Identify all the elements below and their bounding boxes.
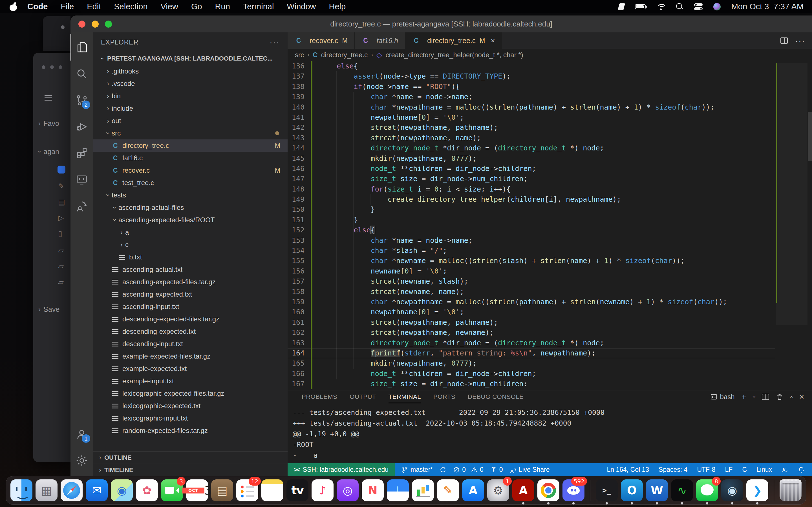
menu-terminal[interactable]: Terminal bbox=[237, 2, 281, 11]
dock-trash-icon[interactable] bbox=[779, 480, 802, 501]
tree-item-recover-c[interactable]: Crecover.cM bbox=[93, 164, 288, 177]
tree-item-a[interactable]: ›a bbox=[93, 226, 288, 238]
remote-os[interactable]: Linux bbox=[756, 466, 772, 473]
menu-file[interactable]: File bbox=[54, 2, 81, 11]
dock-chrome-icon[interactable] bbox=[538, 480, 559, 501]
code-line-158[interactable]: 158 strcat(newname, name); bbox=[288, 287, 775, 297]
code-line-148[interactable]: 148 for(size_t i = 0; i < size; i++){ bbox=[288, 184, 775, 194]
workspace-section-header[interactable]: › PRETEST-AGANGAVA [SSH: LABRADOODLE.CAL… bbox=[93, 52, 288, 65]
terminal-dropdown-icon[interactable]: › bbox=[751, 396, 758, 398]
code-line-140[interactable]: 140 char *newpathname = malloc((strlen(p… bbox=[288, 102, 775, 112]
close-tab-icon[interactable]: × bbox=[491, 36, 495, 45]
minimap[interactable] bbox=[778, 61, 808, 390]
dock-keynote-icon[interactable]: ⊥ bbox=[387, 480, 409, 501]
menu-view[interactable]: View bbox=[154, 2, 185, 11]
dock-contacts-icon[interactable]: ▤ bbox=[211, 480, 233, 501]
split-terminal-icon[interactable] bbox=[762, 394, 769, 400]
window-controls[interactable] bbox=[79, 20, 112, 27]
dock-news-icon[interactable]: N bbox=[362, 480, 384, 501]
new-terminal-icon[interactable]: + bbox=[742, 392, 747, 402]
tree-item-descending-expected-files-tar-gz[interactable]: descending-expected-files.tar.gz bbox=[93, 313, 288, 325]
code-line-163[interactable]: 163 directory_node_t *dir_node = (direct… bbox=[288, 338, 775, 348]
dock-notes-icon[interactable] bbox=[261, 480, 283, 501]
activity-source-control-icon[interactable]: 2 bbox=[70, 87, 93, 114]
tree-item-c[interactable]: ›c bbox=[93, 238, 288, 251]
editor-more-actions-icon[interactable]: ··· bbox=[795, 36, 805, 45]
tab-terminal[interactable]: TERMINAL bbox=[382, 392, 427, 402]
tree-item-lexicographic-expected-files-tar-gz[interactable]: lexicographic-expected-files.tar.gz bbox=[93, 387, 288, 400]
tree-item-ascending-expected-files-tar-gz[interactable]: ascending-expected-files.tar.gz bbox=[93, 276, 288, 288]
tree-item-example-expected-txt[interactable]: example-expected.txt bbox=[93, 362, 288, 375]
tree-item-src[interactable]: ›src bbox=[93, 127, 288, 139]
dock-app-store-icon[interactable]: A bbox=[462, 480, 484, 501]
notifications-button[interactable] bbox=[798, 466, 805, 473]
ports-indicator[interactable]: 0 bbox=[490, 466, 503, 473]
code-line-154[interactable]: 154 char *slash = "/"; bbox=[288, 245, 775, 256]
tree-item-ascending-actual-txt[interactable]: ascending-actual.txt bbox=[93, 263, 288, 276]
code-line-143[interactable]: 143 strcat(newpathname, name); bbox=[288, 133, 775, 143]
code-line-144[interactable]: 144 directory_node_t *dir_node = (direct… bbox=[288, 143, 775, 153]
split-editor-icon[interactable] bbox=[780, 38, 788, 44]
code-line-147[interactable]: 147 size_t size = dir_node->num_children… bbox=[288, 174, 775, 184]
tree-item-ascending-input-txt[interactable]: ascending-input.txt bbox=[93, 300, 288, 313]
activity-live-share-icon[interactable] bbox=[70, 193, 93, 219]
control-center-icon[interactable] bbox=[694, 3, 703, 10]
dock-music-icon[interactable]: ♪ bbox=[312, 480, 334, 501]
tab-problems[interactable]: PROBLEMS bbox=[296, 392, 343, 402]
dock-launchpad-icon[interactable]: ▦ bbox=[36, 480, 57, 501]
menu-selection[interactable]: Selection bbox=[107, 2, 154, 11]
zoom-window-button[interactable] bbox=[105, 20, 112, 27]
menu-window[interactable]: Window bbox=[280, 2, 322, 11]
eol-sequence[interactable]: LF bbox=[725, 466, 733, 473]
activity-settings-icon[interactable] bbox=[70, 447, 93, 474]
explorer-more-actions-icon[interactable]: ··· bbox=[269, 38, 280, 47]
dock-photos-icon[interactable]: ✿ bbox=[136, 480, 158, 501]
dock-maps-icon[interactable]: ◉ bbox=[111, 480, 133, 501]
tree-item-include[interactable]: ›include bbox=[93, 102, 288, 115]
code-line-139[interactable]: 139 char *name = node->name; bbox=[288, 92, 775, 102]
tree-item-descending-input-txt[interactable]: descending-input.txt bbox=[93, 338, 288, 350]
dock-outlook-icon[interactable]: O bbox=[621, 480, 643, 501]
code-line-167[interactable]: 167 size_t size = dir_node->num_children… bbox=[288, 379, 775, 389]
dock-messages-icon[interactable]: 8 bbox=[696, 480, 718, 501]
live-share-button[interactable]: Live Share bbox=[510, 466, 550, 473]
menu-edit[interactable]: Edit bbox=[80, 2, 107, 11]
code-line-142[interactable]: 142 strcat(newpathname, pathname); bbox=[288, 122, 775, 133]
code-line-150[interactable]: 150 } bbox=[288, 205, 775, 215]
tree-item--githooks[interactable]: ›.githooks bbox=[93, 65, 288, 77]
menu-code[interactable]: Code bbox=[21, 2, 54, 11]
tree-item-random-expected-files-tar-gz[interactable]: random-expected-files.tar.gz bbox=[93, 425, 288, 437]
activity-run-debug-icon[interactable] bbox=[70, 114, 93, 140]
tree-item-b-txt[interactable]: b.txt bbox=[93, 251, 288, 263]
dock-reminders-icon[interactable]: 12 bbox=[236, 480, 258, 501]
battery-icon[interactable] bbox=[635, 4, 646, 9]
shell-selector[interactable]: bash bbox=[711, 393, 735, 401]
language-mode[interactable]: C bbox=[742, 466, 747, 473]
title-bar[interactable]: directory_tree.c — pretest-agangava [SSH… bbox=[70, 15, 812, 33]
tree-item-fat16-c[interactable]: Cfat16.c bbox=[93, 152, 288, 164]
dock-facetime-icon[interactable]: 3 bbox=[161, 480, 183, 501]
dock-terminal-icon[interactable]: >_ bbox=[596, 480, 618, 501]
tree-item-bin[interactable]: ›bin bbox=[93, 90, 288, 102]
dock-acrobat-icon[interactable]: A bbox=[512, 480, 534, 501]
tab-directory-tree-c[interactable]: C directory_tree.c M × bbox=[405, 33, 502, 49]
tree-item-ascending-actual-files[interactable]: ›ascending-actual-files bbox=[93, 202, 288, 214]
tab-output[interactable]: OUTPUT bbox=[343, 392, 382, 402]
tree-item-ascending-expected-files-root[interactable]: ›ascending-expected-files/ROOT bbox=[93, 214, 288, 226]
tree-item-tests[interactable]: ›tests bbox=[93, 189, 288, 202]
breadcrumb[interactable]: src › C directory_tree.c › ◇ create_dire… bbox=[288, 49, 812, 61]
remote-indicator[interactable]: >< SSH: labradoodle.caltech.edu bbox=[288, 463, 395, 476]
code-line-165[interactable]: 165 mkdir(newpathname, 0777); bbox=[288, 358, 775, 369]
outline-section[interactable]: ›OUTLINE bbox=[93, 451, 288, 464]
tree-item-example-input-txt[interactable]: example-input.txt bbox=[93, 375, 288, 387]
code-line-160[interactable]: 160 newpathname[0] = '\0'; bbox=[288, 307, 775, 317]
code-line-151[interactable]: 151 } bbox=[288, 215, 775, 225]
code-line-159[interactable]: 159 char *newpathname = malloc((strlen(p… bbox=[288, 297, 775, 307]
code-line-138[interactable]: 138 if(node->name == "ROOT"){ bbox=[288, 82, 775, 92]
spotlight-icon[interactable] bbox=[676, 3, 683, 10]
dock-discord-icon[interactable]: 592 bbox=[562, 480, 585, 501]
close-window-button[interactable] bbox=[79, 20, 86, 27]
minimize-window-button[interactable] bbox=[92, 20, 99, 27]
dock-safari-icon[interactable] bbox=[61, 480, 83, 501]
code-line-136[interactable]: 136 else{ bbox=[288, 61, 775, 71]
